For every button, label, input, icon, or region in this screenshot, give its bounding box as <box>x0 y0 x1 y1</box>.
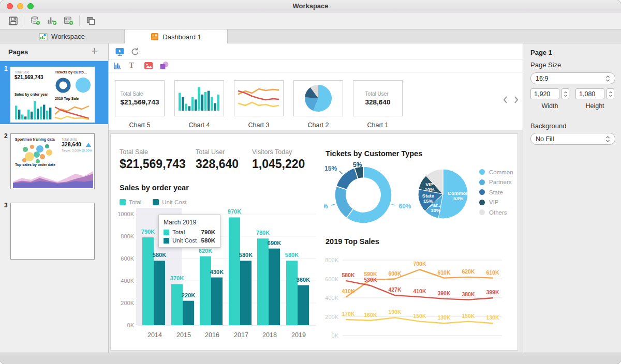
window-titlebar: Workspace <box>0 0 621 12</box>
svg-text:580K: 580K <box>342 272 355 278</box>
width-stepper[interactable] <box>561 88 569 99</box>
svg-text:400K: 400K <box>121 278 134 284</box>
gallery-card-label: Chart 4 <box>174 122 224 129</box>
insert-text-button[interactable]: T <box>129 61 134 70</box>
insert-shape-button[interactable] <box>159 61 169 70</box>
chart-gallery: Total Sale$21,569,743Chart 5Chart 4Chart… <box>109 72 523 130</box>
svg-text:10%: 10% <box>424 187 435 192</box>
insert-image-button[interactable] <box>144 62 153 70</box>
page-number: 3 <box>4 202 8 209</box>
svg-text:580K: 580K <box>153 252 166 258</box>
legend-swatch <box>120 199 126 205</box>
svg-text:0K: 0K <box>127 322 135 328</box>
legend-item: Others <box>479 207 513 218</box>
legend-dot <box>479 209 485 215</box>
svg-text:410K: 410K <box>342 288 355 294</box>
pages-panel-title: Pages <box>8 48 28 56</box>
window-title: Workspace <box>0 2 621 10</box>
save-button[interactable] <box>6 14 20 27</box>
kpi-preview-value: $21,569,743 <box>120 98 159 106</box>
svg-text:690K: 690K <box>268 240 281 246</box>
gallery-next-button[interactable] <box>512 95 521 104</box>
toolbar-separator <box>24 16 24 26</box>
bar-chart-legend: TotalUnit Cost <box>120 198 198 207</box>
gallery-card-label: Chart 3 <box>234 122 284 129</box>
insert-chart-button[interactable] <box>113 62 122 70</box>
kpi-preview-label: Total Sale <box>120 91 159 97</box>
tab-workspace[interactable]: Workspace <box>0 29 124 43</box>
gallery-card-chart-5[interactable]: Total Sale$21,569,743 <box>115 80 165 116</box>
page-size-value: 16:9 <box>536 75 548 82</box>
add-data-source-button[interactable] <box>28 14 42 27</box>
gallery-prev-button[interactable] <box>501 95 509 104</box>
background-select[interactable]: No Fill <box>530 133 615 145</box>
thumb-tickets-title: Tickets by Custo... <box>55 70 87 74</box>
page-row-2[interactable]: 2 Sportmen training dataTotal Units328,6… <box>0 128 108 190</box>
page-thumbnail-1[interactable]: Total Sale$21,569,743Tickets by Custo...… <box>10 67 95 123</box>
svg-text:390K: 390K <box>437 290 451 296</box>
add-page-button[interactable]: + <box>91 44 98 58</box>
legend-label: VIP <box>489 199 499 205</box>
page-size-select[interactable]: 16:9 <box>530 72 615 84</box>
kpi-preview: Total User328,640 <box>365 91 391 106</box>
gallery-card-chart-4[interactable] <box>174 80 224 116</box>
save-icon <box>8 16 18 26</box>
svg-text:2017: 2017 <box>234 331 248 339</box>
svg-text:620K: 620K <box>199 248 212 254</box>
tooltip-row: Total 790K <box>164 229 215 235</box>
svg-text:2018: 2018 <box>262 331 277 339</box>
svg-text:15%: 15% <box>324 165 337 172</box>
kpi-value: 1,045,220 <box>252 157 305 171</box>
gallery-card-chart-3[interactable] <box>234 80 284 116</box>
refresh-button[interactable] <box>130 47 140 56</box>
svg-text:400K: 400K <box>325 295 338 301</box>
preview-button[interactable] <box>115 47 125 56</box>
thumb-area-title: Top sales by order date <box>15 163 55 166</box>
height-stepper[interactable] <box>607 88 614 99</box>
kpi-total-sale[interactable]: Total Sale $21,569,743 <box>120 148 186 171</box>
add-widget-button[interactable] <box>62 14 75 27</box>
thumb-up-triangle-icon <box>85 142 92 147</box>
width-input[interactable] <box>530 88 559 99</box>
chart-tooltip: March 2019 Total 790K Unit Cost 580K <box>158 215 220 248</box>
svg-text:200K: 200K <box>121 300 134 306</box>
svg-text:2019: 2019 <box>291 331 306 339</box>
page-row-3[interactable]: 3 <box>0 196 108 260</box>
tab-dashboard-1[interactable]: Dashboard 1 <box>124 29 228 44</box>
bar-chart-title: Sales by order year <box>120 184 189 192</box>
svg-text:610K: 610K <box>437 269 451 276</box>
canvas-background: Total Sale $21,569,743 Total User 328,64… <box>109 130 523 353</box>
top-sales-line-chart[interactable]: 0K200K400K600K800K410K590K600K700K610K62… <box>323 251 520 348</box>
svg-text:610K: 610K <box>486 269 499 276</box>
height-input[interactable] <box>575 88 604 99</box>
svg-text:410K: 410K <box>413 288 426 294</box>
tickets-donut-chart[interactable]: 60%20%15%5% <box>324 160 423 232</box>
chevron-left-icon <box>502 96 508 104</box>
tickets-chart-title: Tickets by Customer Types <box>326 149 422 158</box>
svg-text:5%: 5% <box>353 161 362 169</box>
tooltip-value: 580K <box>201 237 216 244</box>
svg-text:53%: 53% <box>453 195 464 201</box>
kpi-visitors-today[interactable]: Visitors Today 1,045,220 <box>252 148 305 171</box>
tooltip-row: Unit Cost 580K <box>164 237 215 244</box>
line-preview <box>237 84 280 113</box>
page-thumbnail-3[interactable] <box>10 203 95 260</box>
svg-text:130K: 130K <box>486 314 499 321</box>
kpi-preview-label: Total User <box>365 91 391 97</box>
tickets-pie-chart[interactable]: Common53%Par...10%State15%VIP10% <box>414 164 477 227</box>
page-row-1[interactable]: 1 Total Sale$21,569,743Tickets by Custo.… <box>0 61 108 124</box>
kpi-total-user[interactable]: Total User 328,640 <box>196 148 239 171</box>
dashboard-page[interactable]: Total Sale $21,569,743 Total User 328,64… <box>110 133 518 351</box>
gallery-card-chart-2[interactable] <box>293 80 343 116</box>
add-chart-button[interactable] <box>45 14 58 27</box>
toolbar-separator <box>79 16 80 26</box>
legend-item: VIP <box>479 198 513 208</box>
tooltip-swatch <box>164 230 169 235</box>
legend-label: Others <box>489 209 507 216</box>
svg-text:2014: 2014 <box>147 331 162 339</box>
thumb-sales-title: Sales by order year <box>14 93 48 96</box>
page-thumbnail-2[interactable]: Sportmen training dataTotal Units328,640… <box>10 133 95 189</box>
gallery-card-chart-1[interactable]: Total User328,640 <box>353 80 403 116</box>
copy-button[interactable] <box>84 14 97 27</box>
dashboard-icon <box>151 33 159 41</box>
